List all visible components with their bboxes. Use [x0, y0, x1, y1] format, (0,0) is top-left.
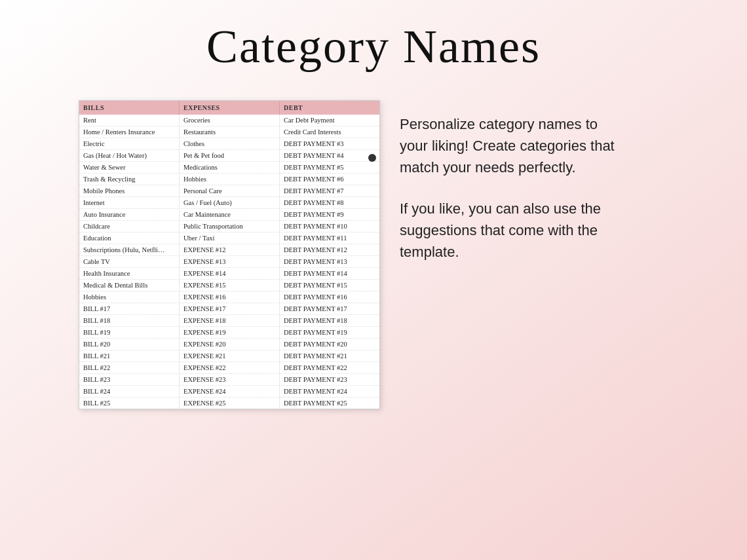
table-cell: EXPENSE #23 — [180, 374, 280, 385]
table-row: ChildcarePublic TransportationDEBT PAYME… — [79, 221, 379, 233]
table-cell: Health Insurance — [79, 268, 180, 279]
table-row: Subscriptions (Hulu, Netfli…EXPENSE #12D… — [79, 244, 379, 256]
table-row: Home / Renters InsuranceRestaurantsCredi… — [79, 126, 379, 138]
dot-connector — [368, 154, 376, 162]
table-cell: Credit Card Interests — [280, 126, 379, 138]
table-cell: BILL #20 — [79, 339, 180, 350]
table-row: Cable TVEXPENSE #13DEBT PAYMENT #13 — [79, 256, 379, 268]
table-cell: BILL #21 — [79, 350, 180, 362]
table-row: EducationUber / TaxiDEBT PAYMENT #11 — [79, 233, 379, 244]
table-row: BILL #25EXPENSE #25DEBT PAYMENT #25 — [79, 398, 379, 409]
table-cell: DEBT PAYMENT #7 — [280, 185, 379, 196]
table-row: ElectricClothesDEBT PAYMENT #3 — [79, 138, 379, 150]
table-cell: Medications — [180, 162, 280, 173]
table-row: BILL #18EXPENSE #18DEBT PAYMENT #18 — [79, 315, 379, 327]
table-cell: DEBT PAYMENT #10 — [280, 221, 379, 232]
table-cell: DEBT PAYMENT #16 — [280, 291, 379, 303]
table-cell: Medical & Dental Bills — [79, 280, 180, 291]
table-cell: Restaurants — [180, 126, 280, 138]
table-header: BILLS EXPENSES DEBT — [79, 101, 379, 115]
table-cell: Auto Insurance — [79, 209, 180, 220]
table-cell: Internet — [79, 197, 180, 208]
table-cell: DEBT PAYMENT #18 — [280, 315, 379, 326]
content-area: BILLS EXPENSES DEBT RentGroceriesCar Deb… — [0, 94, 747, 409]
table-cell: EXPENSE #16 — [180, 291, 280, 303]
table-cell: BILL #25 — [79, 398, 180, 409]
table-cell: EXPENSE #20 — [180, 339, 280, 350]
table-cell: BILL #18 — [79, 315, 180, 326]
table-row: Gas (Heat / Hot Water)Pet & Pet foodDEBT… — [79, 150, 379, 162]
table-cell: EXPENSE #24 — [180, 386, 280, 397]
table-row: BILL #19EXPENSE #19DEBT PAYMENT #19 — [79, 327, 379, 339]
table-cell: Mobile Phones — [79, 185, 180, 196]
table-cell: Groceries — [180, 115, 280, 126]
table-cell: DEBT PAYMENT #17 — [280, 303, 379, 314]
table-cell: DEBT PAYMENT #15 — [280, 280, 379, 291]
category-table: BILLS EXPENSES DEBT RentGroceriesCar Deb… — [79, 100, 380, 409]
table-cell: Home / Renters Insurance — [79, 126, 180, 138]
table-cell: Electric — [79, 138, 180, 149]
table-cell: Gas (Heat / Hot Water) — [79, 150, 180, 161]
table-cell: DEBT PAYMENT #14 — [280, 268, 379, 279]
table-cell: BILL #22 — [79, 362, 180, 373]
table-cell: DEBT PAYMENT #23 — [280, 374, 379, 385]
table-row: RentGroceriesCar Debt Payment — [79, 115, 379, 126]
table-cell: DEBT PAYMENT #20 — [280, 339, 379, 350]
table-cell: EXPENSE #19 — [180, 327, 280, 338]
table-cell: EXPENSE #12 — [180, 244, 280, 255]
table-cell: DEBT PAYMENT #13 — [280, 256, 379, 267]
table-cell: DEBT PAYMENT #19 — [280, 327, 379, 338]
table-cell: DEBT PAYMENT #9 — [280, 209, 379, 220]
table-row: BILL #17EXPENSE #17DEBT PAYMENT #17 — [79, 303, 379, 315]
table-cell: DEBT PAYMENT #5 — [280, 162, 379, 173]
table-row: BILL #21EXPENSE #21DEBT PAYMENT #21 — [79, 350, 379, 362]
table-cell: Gas / Fuel (Auto) — [180, 197, 280, 208]
table-cell: Rent — [79, 115, 180, 126]
table-cell: DEBT PAYMENT #3 — [280, 138, 379, 149]
table-cell: Public Transportation — [180, 221, 280, 232]
table-body: RentGroceriesCar Debt PaymentHome / Rent… — [79, 115, 379, 409]
table-cell: Clothes — [180, 138, 280, 149]
table-cell: Personal Care — [180, 185, 280, 196]
table-row: HobbiesEXPENSE #16DEBT PAYMENT #16 — [79, 291, 379, 303]
expenses-header: EXPENSES — [180, 101, 280, 115]
table-cell: Pet & Pet food — [180, 150, 280, 161]
table-cell: DEBT PAYMENT #25 — [280, 398, 379, 409]
table-cell: Education — [79, 233, 180, 244]
table-cell: EXPENSE #21 — [180, 350, 280, 362]
table-cell: DEBT PAYMENT #8 — [280, 197, 379, 208]
table-cell: EXPENSE #22 — [180, 362, 280, 373]
table-cell: Car Maintenance — [180, 209, 280, 220]
table-row: Mobile PhonesPersonal CareDEBT PAYMENT #… — [79, 185, 379, 197]
table-row: BILL #24EXPENSE #24DEBT PAYMENT #24 — [79, 386, 379, 398]
table-row: Water & SewerMedicationsDEBT PAYMENT #5 — [79, 162, 379, 174]
table-cell: EXPENSE #17 — [180, 303, 280, 314]
table-cell: DEBT PAYMENT #12 — [280, 244, 379, 255]
description-text-1: Personalize category names to your likin… — [400, 113, 622, 178]
table-cell: DEBT PAYMENT #6 — [280, 174, 379, 185]
table-cell: EXPENSE #13 — [180, 256, 280, 267]
description-area: Personalize category names to your likin… — [400, 100, 622, 263]
table-cell: Hobbies — [180, 174, 280, 185]
table-row: Trash & RecyclingHobbiesDEBT PAYMENT #6 — [79, 174, 379, 185]
table-cell: DEBT PAYMENT #21 — [280, 350, 379, 362]
bills-header: BILLS — [79, 101, 180, 115]
table-row: BILL #22EXPENSE #22DEBT PAYMENT #22 — [79, 362, 379, 374]
table-cell: Trash & Recycling — [79, 174, 180, 185]
table-row: Medical & Dental BillsEXPENSE #15DEBT PA… — [79, 280, 379, 291]
table-cell: BILL #19 — [79, 327, 180, 338]
table-cell: DEBT PAYMENT #4 — [280, 150, 379, 161]
page-title: Category Names — [0, 0, 747, 94]
table-cell: BILL #17 — [79, 303, 180, 314]
table-cell: Uber / Taxi — [180, 233, 280, 244]
table-row: Health InsuranceEXPENSE #14DEBT PAYMENT … — [79, 268, 379, 280]
table-cell: BILL #23 — [79, 374, 180, 385]
table-cell: Subscriptions (Hulu, Netfli… — [79, 244, 180, 255]
table-row: Auto InsuranceCar MaintenanceDEBT PAYMEN… — [79, 209, 379, 221]
table-row: BILL #20EXPENSE #20DEBT PAYMENT #20 — [79, 339, 379, 350]
table-cell: Car Debt Payment — [280, 115, 379, 126]
table-cell: Water & Sewer — [79, 162, 180, 173]
table-row: InternetGas / Fuel (Auto)DEBT PAYMENT #8 — [79, 197, 379, 209]
table-row: BILL #23EXPENSE #23DEBT PAYMENT #23 — [79, 374, 379, 386]
table-cell: EXPENSE #14 — [180, 268, 280, 279]
